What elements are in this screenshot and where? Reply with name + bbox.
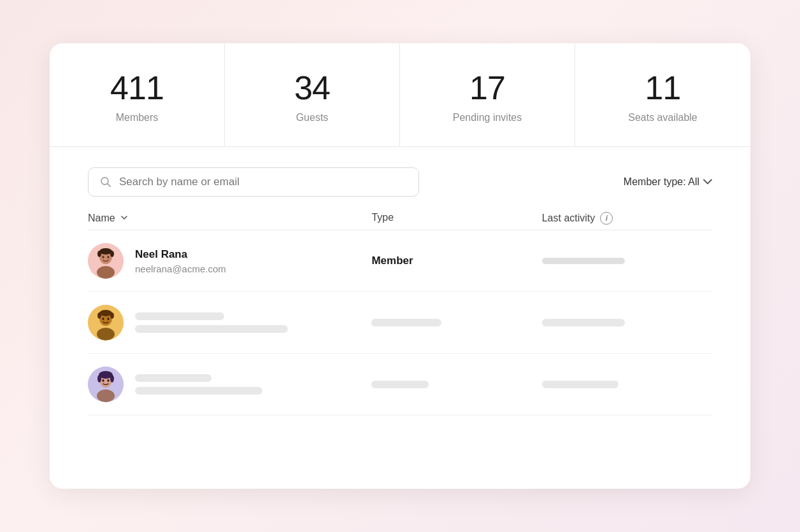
stats-row: 411 Members 34 Guests 17 Pending invites… xyxy=(50,43,750,147)
svg-point-9 xyxy=(110,251,114,257)
member-type-filter[interactable]: Member type: All xyxy=(624,176,712,188)
skeleton-activity xyxy=(542,319,625,326)
skeleton-email xyxy=(135,325,288,333)
pending-label: Pending invites xyxy=(413,112,562,123)
skeleton-type xyxy=(371,319,441,326)
table-row xyxy=(88,292,712,354)
info-icon: i xyxy=(600,212,613,225)
skeleton-name xyxy=(135,312,224,320)
svg-point-12 xyxy=(97,328,115,340)
column-activity-header: Last activity i xyxy=(542,212,712,225)
skeleton-name xyxy=(135,374,211,382)
column-activity-label: Last activity xyxy=(542,213,596,224)
svg-point-25 xyxy=(110,375,114,382)
column-type-header: Type xyxy=(371,212,541,225)
skeleton-type xyxy=(371,381,429,388)
svg-point-13 xyxy=(103,318,104,320)
last-activity-skeleton xyxy=(542,381,712,388)
svg-point-4 xyxy=(97,266,115,279)
table-row: Neel Rana neelrana@acme.com Member xyxy=(88,230,712,292)
member-info: Neel Rana neelrana@acme.com xyxy=(88,243,371,279)
stat-guests: 34 Guests xyxy=(225,43,400,146)
svg-point-16 xyxy=(97,312,101,319)
guests-label: Guests xyxy=(238,112,387,123)
svg-point-7 xyxy=(99,248,112,255)
svg-point-8 xyxy=(97,251,101,257)
seats-label: Seats available xyxy=(588,112,738,123)
pending-count: 17 xyxy=(413,71,562,104)
svg-point-20 xyxy=(97,389,115,402)
column-name-label: Name xyxy=(88,213,115,224)
svg-line-1 xyxy=(108,184,111,187)
last-activity xyxy=(542,258,712,264)
avatar xyxy=(88,367,124,402)
svg-point-14 xyxy=(108,318,110,320)
svg-point-5 xyxy=(103,256,104,258)
member-info xyxy=(88,305,371,340)
last-activity-skeleton xyxy=(542,319,712,326)
toolbar: Member type: All xyxy=(50,147,750,212)
member-type-label: Member type: All xyxy=(624,176,699,188)
column-name-header[interactable]: Name xyxy=(88,212,371,225)
table-row xyxy=(88,354,712,416)
members-label: Members xyxy=(62,112,211,123)
member-name: Neel Rana xyxy=(135,248,226,261)
search-icon xyxy=(100,176,111,188)
table-body: Neel Rana neelrana@acme.com Member xyxy=(50,230,750,416)
skeleton-email xyxy=(135,387,262,395)
search-input[interactable] xyxy=(119,176,407,188)
member-type-skeleton xyxy=(371,381,541,388)
member-type: Member xyxy=(371,255,541,267)
member-details xyxy=(135,374,262,395)
main-card: 411 Members 34 Guests 17 Pending invites… xyxy=(50,43,750,489)
members-count: 411 xyxy=(62,71,211,104)
chevron-down-icon xyxy=(703,177,712,187)
guests-count: 34 xyxy=(238,71,387,104)
table-header: Name Type Last activity i xyxy=(50,212,750,225)
svg-point-6 xyxy=(108,256,110,258)
seats-count: 11 xyxy=(588,71,738,104)
sort-arrow-icon xyxy=(120,214,128,223)
search-box[interactable] xyxy=(88,167,419,197)
svg-point-22 xyxy=(108,379,110,382)
member-type-skeleton xyxy=(371,319,541,326)
stat-members: 411 Members xyxy=(50,43,225,146)
member-details xyxy=(135,312,288,333)
member-email: neelrana@acme.com xyxy=(135,263,226,274)
svg-point-17 xyxy=(110,312,114,319)
member-info xyxy=(88,367,371,402)
svg-point-24 xyxy=(97,375,101,382)
avatar xyxy=(88,243,124,279)
svg-point-15 xyxy=(99,310,112,316)
activity-bar xyxy=(542,258,625,264)
avatar xyxy=(88,305,124,340)
stat-seats-available: 11 Seats available xyxy=(575,43,750,146)
skeleton-activity xyxy=(542,381,618,388)
column-type-label: Type xyxy=(371,212,394,223)
member-details: Neel Rana neelrana@acme.com xyxy=(135,248,226,274)
stat-pending-invites: 17 Pending invites xyxy=(400,43,575,146)
svg-point-21 xyxy=(103,379,104,382)
